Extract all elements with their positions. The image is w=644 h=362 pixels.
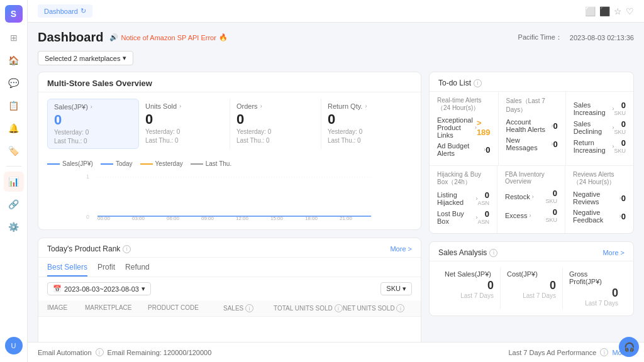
legend-lasthu: Last Thu. [191, 160, 232, 167]
metric-return: Return Qty. › 0 Yesterday: 0 Last Thu.: … [321, 99, 412, 149]
sku-select[interactable]: SKU ▾ [380, 282, 412, 295]
svg-text:03:00: 03:00 [132, 216, 145, 221]
negative-reviews-label[interactable]: Negative Reviews › [573, 190, 621, 206]
sku-label: SKU [386, 285, 401, 292]
negative-feedback-label[interactable]: Negative Feedback › [573, 209, 621, 224]
product-rank-title: Today's Product Rank [47, 244, 120, 253]
product-rank-header: Today's Product Rank i More > [38, 238, 421, 258]
sidebar-logo[interactable]: S [5, 5, 23, 23]
topbar-right: ⬜ ⬛ ☆ ♡ [585, 6, 634, 16]
todo-realtime: Real-time Alerts（24 Hour(s)） Exceptional… [430, 92, 499, 165]
svg-text:15:00: 15:00 [270, 216, 284, 221]
lost-buybox-label[interactable]: Lost Buy Box › [437, 210, 477, 225]
ad-performance-label: Last 7 Days Ad Performance [508, 349, 596, 356]
star-icon[interactable]: ☆ [614, 6, 622, 16]
window-icon[interactable]: ⬜ [585, 6, 596, 16]
ad-performance-info-icon[interactable]: i [600, 348, 608, 356]
sales-increasing-label[interactable]: Sales Increasing › [574, 101, 614, 116]
no-data-area: No Data [38, 317, 421, 342]
layout-icon[interactable]: ⬛ [599, 6, 610, 16]
email-info-icon[interactable]: i [96, 348, 104, 356]
metric-orders-lasthu: Last Thu.: 0 [236, 137, 314, 144]
legend-today: Today [101, 160, 133, 167]
tab-refund[interactable]: Refund [125, 263, 150, 277]
sidebar-item-dashboard[interactable]: 🏠 [4, 50, 24, 70]
todo-info-icon[interactable]: i [474, 79, 482, 87]
restock-count: 0 [545, 189, 557, 198]
return-increasing-count: 0 [614, 138, 626, 148]
sales-analysis-card: Sales Analysis i More > Net Sales(JP¥) 0… [429, 241, 634, 316]
metric-sales-lasthu: Last Thu.: 0 [54, 138, 132, 145]
svg-text:09:00: 09:00 [201, 216, 214, 221]
sales-declining-label[interactable]: Sales Declining › [574, 120, 614, 135]
metric-units-lasthu: Last Thu.: 0 [145, 137, 223, 144]
calendar-icon: 📅 [53, 285, 62, 293]
account-health-label[interactable]: Account Health Alerts › [506, 118, 553, 133]
email-remaining: Email Remaining: 120000/120000 [108, 349, 212, 356]
content-header: Dashboard 🔊 Notice of Amazon SP API Erro… [38, 30, 634, 45]
date-picker[interactable]: 📅 2023-08-03~2023-08-03 ▾ [47, 282, 151, 295]
sales-metrics: Net Sales(JP¥) 0 Last 7 Days Cost(JP¥) 0… [430, 261, 633, 315]
sidebar-item-ads[interactable]: 🔔 [4, 118, 24, 138]
messages-label[interactable]: New Messages › [506, 136, 553, 151]
col-marketplace: MARKETPLACE [85, 304, 148, 312]
heart-icon[interactable]: ♡ [626, 6, 634, 16]
marketplace-selector[interactable]: Selected 2 marketplaces ▾ [38, 51, 133, 65]
metric-orders: Orders › 0 Yesterday: 0 Last Thu.: 0 [230, 99, 321, 149]
sidebar-item-orders[interactable]: 📋 [4, 96, 24, 116]
todo-sales-metrics: Sales Increasing › 0 SKU Sales Declining… [566, 92, 633, 165]
sidebar-item-home[interactable]: ⊞ [4, 28, 24, 48]
excess-label[interactable]: Excess › [505, 212, 531, 219]
dashboard-tab[interactable]: Dashboard ↻ [38, 4, 92, 18]
tab-profit[interactable]: Profit [97, 263, 115, 277]
listing-hijacked-label[interactable]: Listing Hijacked › [437, 191, 477, 206]
todo-account-health: Account Health Alerts › 0 [506, 118, 558, 133]
sidebar: S ⊞ 🏠 💬 📋 🔔 🏷️ 📊 🔗 ⚙️ U [0, 0, 28, 362]
svg-text:1: 1 [86, 173, 89, 180]
sales-analysis-more[interactable]: More > [602, 249, 625, 256]
time-label: Pacific Time： [518, 33, 562, 42]
metric-sales-yesterday: Yesterday: 0 [54, 129, 132, 136]
net-sales-sub: Last 7 Days [445, 292, 494, 299]
sidebar-item-products[interactable]: 🏷️ [4, 141, 24, 161]
user-avatar[interactable]: U [5, 337, 23, 354]
restock-label[interactable]: Restock › [505, 193, 534, 200]
todo-negative-feedback: Negative Feedback › 0 [573, 209, 626, 224]
tab-best-sellers[interactable]: Best Sellers [47, 263, 87, 277]
product-rank-info-icon[interactable]: i [123, 245, 131, 253]
metric-orders-value: 0 [236, 112, 314, 126]
account-health-count: 0 [553, 121, 558, 131]
legend-sales-label: Sales(JP¥) [62, 160, 93, 167]
return-increasing-label[interactable]: Return Increasing › [574, 139, 614, 154]
sidebar-item-links[interactable]: 🔗 [4, 194, 24, 214]
help-bubble[interactable]: 🎧 [619, 337, 639, 357]
ad-budget-label[interactable]: Ad Budget Alerts › [437, 142, 486, 157]
sidebar-item-chat[interactable]: 💬 [4, 73, 24, 93]
sidebar-item-settings[interactable]: ⚙️ [4, 217, 24, 237]
notice-text: Notice of Amazon SP API Error [121, 34, 216, 41]
metric-sales-value: 0 [54, 113, 132, 127]
sales-analysis-info-icon[interactable]: i [489, 249, 497, 257]
net-sales-metric: Net Sales(JP¥) 0 Last 7 Days [438, 268, 501, 309]
sales-analysis-header: Sales Analysis i More > [430, 242, 633, 261]
exceptional-links-label[interactable]: Exceptional Product Links › [437, 116, 477, 139]
sales-analysis-title: Sales Analysis [438, 248, 487, 257]
multi-store-card: Multi-Store Sales Overview Sales(JP¥) › … [38, 72, 421, 230]
chevron-down-icon: ▾ [123, 54, 126, 62]
time-value: 2023-08-03 02:13:36 [570, 34, 634, 41]
todo-negative-reviews: Negative Reviews › 0 [573, 190, 626, 206]
svg-text:18:00: 18:00 [305, 216, 318, 221]
metric-return-label: Return Qty. › [328, 102, 406, 110]
product-rank-more[interactable]: More > [390, 245, 412, 253]
sidebar-item-analytics[interactable]: 📊 [4, 172, 24, 192]
chart-svg: 1 0 00:00 03:00 06:00 09:00 12:00 [47, 171, 412, 221]
gross-profit-label: Gross Profit(JP¥) [569, 270, 618, 285]
svg-text:06:00: 06:00 [167, 216, 180, 221]
net-sales-label: Net Sales(JP¥) [445, 270, 494, 278]
chevron-right-icon: › [179, 103, 181, 109]
refresh-icon[interactable]: ↻ [80, 7, 86, 15]
topbar: Dashboard ↻ ⬜ ⬛ ☆ ♡ [28, 0, 644, 23]
legend-lasthu-line [191, 163, 203, 165]
topbar-left: Dashboard ↻ [38, 4, 92, 18]
todo-ad-budget: Ad Budget Alerts › 0 [437, 142, 491, 157]
